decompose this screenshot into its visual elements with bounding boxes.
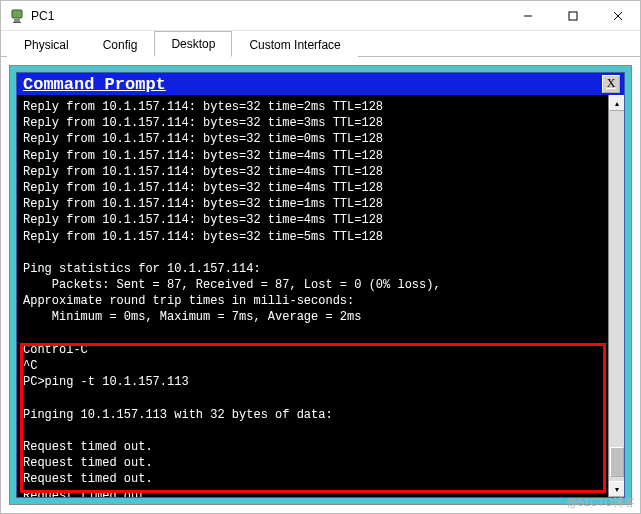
tab-config[interactable]: Config bbox=[86, 32, 155, 57]
output-line: ^C bbox=[23, 359, 37, 373]
output-line: Reply from 10.1.157.114: bytes=32 time=4… bbox=[23, 213, 383, 227]
output-line: Request timed out. bbox=[23, 456, 153, 470]
command-prompt-titlebar[interactable]: Command Prompt X bbox=[17, 73, 624, 95]
output-line: Reply from 10.1.157.114: bytes=32 time=4… bbox=[23, 149, 383, 163]
output-line: Request timed out. bbox=[23, 489, 153, 498]
output-line: Ping statistics for 10.1.157.114: bbox=[23, 262, 261, 276]
svg-rect-0 bbox=[12, 10, 22, 18]
scroll-up-button[interactable]: ▴ bbox=[609, 95, 624, 111]
close-button[interactable] bbox=[595, 1, 640, 31]
tab-custom-interface[interactable]: Custom Interface bbox=[232, 32, 357, 57]
tab-desktop[interactable]: Desktop bbox=[154, 31, 232, 57]
maximize-button[interactable] bbox=[550, 1, 595, 31]
svg-rect-4 bbox=[569, 12, 577, 20]
command-prompt-title: Command Prompt bbox=[23, 75, 602, 94]
command-prompt-body: Reply from 10.1.157.114: bytes=32 time=2… bbox=[17, 95, 624, 497]
watermark: @51CTO博客 bbox=[567, 495, 635, 510]
output-line: Packets: Sent = 87, Received = 87, Lost … bbox=[23, 278, 441, 292]
output-line: Reply from 10.1.157.114: bytes=32 time=5… bbox=[23, 230, 383, 244]
titlebar: PC1 bbox=[1, 1, 640, 31]
tabbar: Physical Config Desktop Custom Interface bbox=[1, 31, 640, 57]
window-controls bbox=[505, 1, 640, 30]
output-line: Minimum = 0ms, Maximum = 7ms, Average = … bbox=[23, 310, 361, 324]
window-title: PC1 bbox=[31, 9, 505, 23]
output-line: Reply from 10.1.157.114: bytes=32 time=1… bbox=[23, 197, 383, 211]
tab-physical[interactable]: Physical bbox=[7, 32, 86, 57]
output-line: Reply from 10.1.157.114: bytes=32 time=3… bbox=[23, 116, 383, 130]
minimize-button[interactable] bbox=[505, 1, 550, 31]
output-line: Reply from 10.1.157.114: bytes=32 time=0… bbox=[23, 132, 383, 146]
svg-rect-2 bbox=[13, 22, 21, 23]
output-line: Pinging 10.1.157.113 with 32 bytes of da… bbox=[23, 408, 333, 422]
output-line: Reply from 10.1.157.114: bytes=32 time=2… bbox=[23, 100, 383, 114]
app-window: PC1 Physical Config Desktop Custom Inter… bbox=[0, 0, 641, 514]
content-area: Command Prompt X Reply from 10.1.157.114… bbox=[1, 57, 640, 513]
output-line: Approximate round trip times in milli-se… bbox=[23, 294, 354, 308]
command-prompt-output[interactable]: Reply from 10.1.157.114: bytes=32 time=2… bbox=[17, 95, 608, 497]
svg-rect-1 bbox=[14, 19, 20, 22]
scroll-thumb[interactable] bbox=[610, 447, 624, 477]
desktop-canvas: Command Prompt X Reply from 10.1.157.114… bbox=[9, 65, 632, 505]
output-line: Reply from 10.1.157.114: bytes=32 time=4… bbox=[23, 181, 383, 195]
output-line: Control-C bbox=[23, 343, 88, 357]
output-line: PC>ping -t 10.1.157.113 bbox=[23, 375, 189, 389]
output-line: Reply from 10.1.157.114: bytes=32 time=4… bbox=[23, 165, 383, 179]
command-prompt-close-button[interactable]: X bbox=[602, 75, 620, 93]
scrollbar[interactable]: ▴ ▾ bbox=[608, 95, 624, 497]
output-line: Request timed out. bbox=[23, 440, 153, 454]
output-line: Request timed out. bbox=[23, 472, 153, 486]
command-prompt-window: Command Prompt X Reply from 10.1.157.114… bbox=[16, 72, 625, 498]
app-icon bbox=[9, 8, 25, 24]
